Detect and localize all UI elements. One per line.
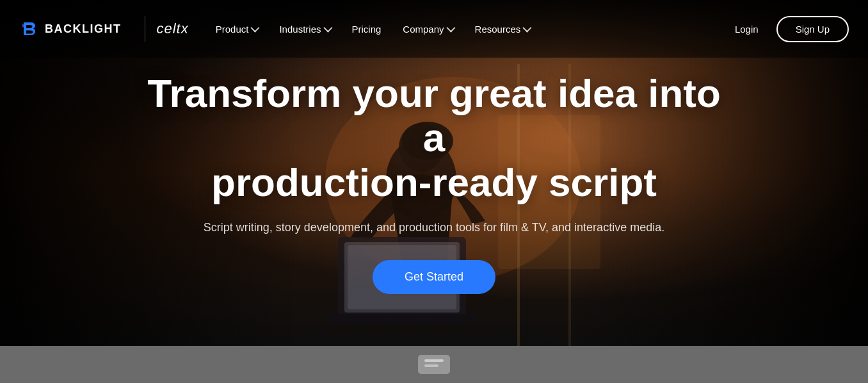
celtx-logo: celtx (157, 20, 189, 37)
get-started-button[interactable]: Get Started (373, 260, 495, 294)
industries-chevron-icon (323, 24, 332, 33)
bottom-strip-icon (415, 352, 453, 377)
svg-rect-14 (424, 359, 444, 362)
hero-content: Transform your great idea into a product… (133, 71, 735, 294)
backlight-logo[interactable]: BACKLIGHT (19, 19, 122, 39)
navbar-actions: Login Sign Up (727, 16, 849, 42)
signup-button[interactable]: Sign Up (776, 16, 849, 42)
backlight-icon (19, 19, 40, 39)
nav-product[interactable]: Product (207, 19, 267, 40)
bottom-strip (0, 346, 868, 383)
navbar-left: BACKLIGHT celtx (19, 16, 189, 42)
backlight-name: BACKLIGHT (45, 22, 122, 36)
svg-rect-11 (328, 314, 476, 323)
company-chevron-icon (446, 24, 455, 33)
navbar: BACKLIGHT celtx Product Industries Prici… (0, 0, 868, 58)
nav-pricing[interactable]: Pricing (343, 19, 390, 40)
nav-industries[interactable]: Industries (270, 19, 339, 40)
main-nav: Product Industries Pricing Company Resou… (207, 19, 727, 40)
hero-subtitle: Script writing, story development, and p… (197, 218, 671, 237)
resources-chevron-icon (523, 24, 532, 33)
product-chevron-icon (251, 24, 260, 33)
nav-company[interactable]: Company (394, 19, 462, 40)
login-button[interactable]: Login (727, 19, 766, 40)
navbar-divider (145, 16, 145, 42)
nav-resources[interactable]: Resources (466, 19, 539, 40)
svg-rect-15 (424, 364, 438, 367)
hero-title: Transform your great idea into a product… (146, 71, 722, 204)
